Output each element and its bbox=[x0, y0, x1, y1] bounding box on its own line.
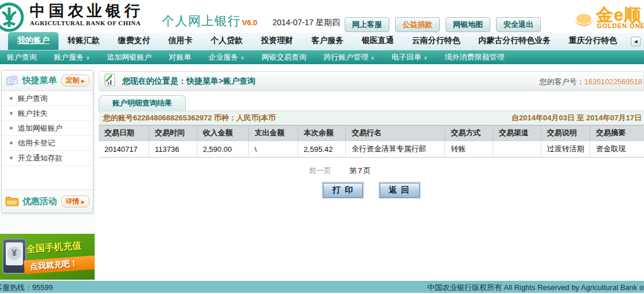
customer-number-block: 您的客户号：16351022569518 bbox=[540, 77, 642, 87]
golden-one-en: GOLDEN ONE bbox=[597, 22, 644, 29]
mobile-recharge-ad-banner[interactable]: ¥ 全国手机充值 点我就充吧！ bbox=[0, 234, 95, 280]
bank-name-cn: 中国农业银行 bbox=[30, 2, 143, 19]
col-income-amount: 收入金额 bbox=[197, 126, 248, 141]
bullet-icon bbox=[10, 142, 13, 144]
tab-personal-loan[interactable]: 个人贷款 bbox=[201, 36, 252, 50]
table-row: 20140717 113736 2,590.00 \ 2,595.42 全行资金… bbox=[99, 141, 644, 158]
charity-donation-button[interactable]: 公益捐款 bbox=[395, 17, 440, 32]
currency-value: 人民币|本币 bbox=[236, 113, 276, 122]
body: 快捷菜单 定制 ▶ 账户查询 账户挂失 追加网银账户 信用卡登记 开立通知存款 … bbox=[0, 64, 644, 281]
tab-my-accounts[interactable]: 我的账户 bbox=[8, 32, 58, 50]
tab-investment[interactable]: 投资理财 bbox=[252, 36, 302, 50]
phone-icon: ¥ bbox=[2, 238, 26, 274]
bullet-icon bbox=[10, 156, 13, 159]
col-trade-method: 交易方式 bbox=[445, 126, 493, 141]
cell-outcome-amount: \ bbox=[249, 141, 298, 158]
subnav-interbank-account-mgmt[interactable]: 跨行账户管理∨ bbox=[315, 52, 383, 62]
quick-menu-panel: 快捷菜单 定制 ▶ 账户查询 账户挂失 追加网银账户 信用卡登记 开立通知存款 … bbox=[1, 70, 93, 213]
tab-transfer[interactable]: 转账汇款 bbox=[58, 36, 109, 50]
cell-trade-method: 转账 bbox=[445, 141, 493, 158]
chevron-down-icon: ∨ bbox=[86, 55, 90, 61]
back-button[interactable]: 返 回 bbox=[380, 183, 420, 198]
bullet-icon bbox=[10, 97, 13, 100]
current-date: 2014-07-17 星期四 bbox=[272, 18, 340, 27]
subnav-ebank-transaction-query[interactable]: 网银交易查询 bbox=[253, 52, 315, 62]
breadcrumb-bar: 您现在的位置是：快捷菜单>账户查询 您的客户号：16351022569518 bbox=[99, 71, 644, 91]
footer: 客服热线：95599 中国农业银行版权所有 All Rights Reserve… bbox=[0, 281, 644, 293]
quick-menu-title: 快捷菜单 bbox=[22, 75, 61, 86]
cell-trade-date: 20140717 bbox=[99, 141, 149, 158]
page-indicator: 第7页 bbox=[349, 166, 370, 175]
safe-logout-button[interactable]: 安全退出 bbox=[496, 17, 541, 32]
col-balance: 本次余额 bbox=[298, 126, 346, 141]
arrow-right-icon: ▶ bbox=[81, 199, 85, 205]
online-service-button[interactable]: 网上客服 bbox=[345, 17, 389, 32]
result-tab-row: 账户明细查询结果 bbox=[99, 95, 644, 111]
tab-chongqing-branch[interactable]: 重庆分行特色 bbox=[560, 36, 626, 50]
col-trade-channel: 交易渠道 bbox=[493, 126, 541, 141]
tab-bank-hospital[interactable]: 银医直通 bbox=[353, 36, 403, 50]
copyright-text: 中国农业银行版权所有 All Rights Reserved by Agricu… bbox=[427, 283, 644, 293]
pagination: 前一页 第7页 bbox=[67, 166, 612, 176]
product-title: 个人网上银行 bbox=[162, 14, 241, 28]
breadcrumb: 您现在的位置是：快捷菜单>账户查询 bbox=[122, 76, 255, 87]
account-info-bar: 您的账号6228480688265362972 币种：人民币|本币 自2014年… bbox=[99, 111, 644, 125]
chevron-down-icon: ∨ bbox=[241, 55, 245, 61]
product-title-block: 个人网上银行V6.0 2014-07-17 星期四 bbox=[162, 13, 340, 30]
details-button[interactable]: 详情 ▶ bbox=[61, 195, 90, 207]
chevron-down-icon: ∨ bbox=[424, 55, 428, 61]
abc-online-banking-page: 中国农业银行 AGRICULTURAL BANK OF CHINA 个人网上银行… bbox=[0, 0, 644, 294]
col-trade-date: 交易日期 bbox=[99, 126, 149, 141]
subnav-account-inquiry[interactable]: 账户查询 bbox=[0, 52, 45, 62]
subnav-account-services[interactable]: 账户服务∨ bbox=[45, 52, 99, 62]
bullet-icon bbox=[10, 127, 13, 130]
cell-income-amount: 2,590.00 bbox=[197, 141, 248, 158]
nav-scroll-left-button[interactable]: ◀ bbox=[631, 37, 641, 46]
tab-bill-payment[interactable]: 缴费支付 bbox=[109, 36, 159, 50]
col-trade-description: 交易说明 bbox=[541, 126, 590, 141]
tab-credit-card[interactable]: 信用卡 bbox=[159, 36, 202, 50]
subnav-e-receipt[interactable]: 电子回单∨ bbox=[383, 52, 436, 62]
account-number: 6228480688265362972 bbox=[133, 113, 212, 122]
product-version: V6.0 bbox=[242, 18, 257, 27]
subnav-add-ebank-account[interactable]: 追加网银账户 bbox=[99, 52, 161, 62]
action-buttons: 打 印 返 回 bbox=[99, 183, 644, 198]
transaction-table: 交易日期 交易时间 收入金额 支出金额 本次余额 交易行名 交易方式 交易渠道 … bbox=[99, 125, 644, 158]
account-info: 您的账号6228480688265362972 币种：人民币|本币 bbox=[99, 113, 512, 123]
cell-trade-time: 113736 bbox=[149, 141, 197, 158]
result-tab: 账户明细查询结果 bbox=[99, 95, 186, 111]
location-document-icon bbox=[104, 73, 116, 89]
chevron-down-icon: ∨ bbox=[370, 55, 374, 61]
previous-page-link[interactable]: 前一页 bbox=[309, 166, 331, 175]
print-button[interactable]: 打 印 bbox=[323, 183, 363, 198]
sidebar-item-account-inquiry[interactable]: 账户查询 bbox=[2, 91, 93, 106]
sidebar-item-account-loss-report[interactable]: 账户挂失 bbox=[2, 106, 93, 121]
sub-nav: 账户查询 账户服务∨ 追加网银账户 对账单 企业服务∨ 网银交易查询 跨行账户管… bbox=[0, 50, 644, 64]
arrow-left-icon: ◀ bbox=[634, 39, 637, 44]
promo-section: 优惠活动 详情 ▶ bbox=[2, 190, 93, 213]
folder-icon bbox=[5, 196, 19, 207]
customize-button[interactable]: 定制 ▶ bbox=[61, 75, 90, 87]
header-quick-links: 网上客服 公益捐款 网银地图 安全退出 bbox=[345, 17, 541, 32]
subnav-statement[interactable]: 对账单 bbox=[161, 52, 200, 62]
sidebar-item-credit-card-register[interactable]: 信用卡登记 bbox=[2, 136, 93, 151]
sidebar-item-add-ebank-account[interactable]: 追加网银账户 bbox=[2, 121, 93, 136]
sidebar-item-open-notice-deposit[interactable]: 开立通知存款 bbox=[2, 151, 93, 166]
tab-customer-service[interactable]: 客户服务 bbox=[302, 36, 353, 50]
abc-bank-logo-icon bbox=[0, 2, 26, 33]
cell-trade-description: 过渡转活期 bbox=[541, 141, 590, 158]
golden-one-logo: 金e顺 GOLDEN ONE bbox=[571, 3, 644, 31]
yen-icon: ¥ bbox=[7, 246, 21, 260]
quick-menu-header: 快捷菜单 定制 ▶ bbox=[2, 70, 93, 91]
subnav-corporate-services[interactable]: 企业服务∨ bbox=[200, 52, 253, 62]
customer-number: 16351022569518 bbox=[584, 77, 642, 86]
tab-neimenggu-branch[interactable]: 内蒙古分行特色业务 bbox=[469, 36, 560, 50]
promo-title: 优惠活动 bbox=[22, 196, 61, 207]
subnav-overseas-limit-mgmt[interactable]: 境外消费限额管理 bbox=[436, 52, 513, 62]
tab-yunnan-branch[interactable]: 云南分行特色 bbox=[403, 36, 470, 50]
header: 中国农业银行 AGRICULTURAL BANK OF CHINA 个人网上银行… bbox=[0, 0, 644, 33]
ebank-map-button[interactable]: 网银地图 bbox=[446, 17, 490, 32]
bullet-icon bbox=[10, 112, 13, 115]
cell-balance: 2,595.42 bbox=[298, 141, 346, 158]
table-header-row: 交易日期 交易时间 收入金额 支出金额 本次余额 交易行名 交易方式 交易渠道 … bbox=[99, 126, 644, 141]
